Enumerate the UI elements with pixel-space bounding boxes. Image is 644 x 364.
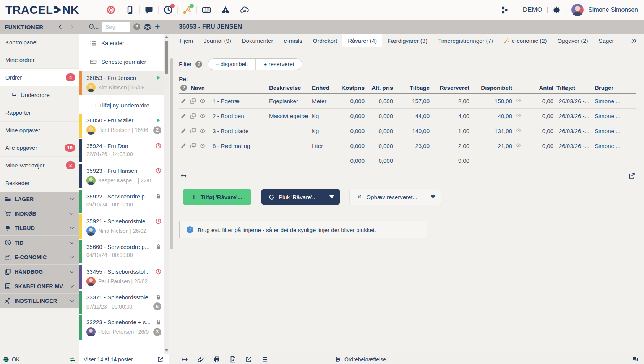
scroll-down-arrow[interactable] bbox=[165, 349, 168, 352]
pluk-ravare-button[interactable]: Pluk 'Råvare'... bbox=[261, 194, 324, 200]
tab-hjem[interactable]: Hjem bbox=[174, 34, 198, 47]
disponibelt-eye-icon[interactable] bbox=[515, 128, 522, 133]
pluk-dropdown-caret[interactable] bbox=[324, 189, 340, 205]
order-card[interactable]: 35923 - Fru HansenKasper Kaspe... | 22/0 bbox=[79, 164, 164, 188]
column-header-tilbage[interactable]: Tilbage bbox=[394, 84, 431, 92]
order-card[interactable]: 35660 - Serviceordre p...04/10/24 - 00:0… bbox=[79, 240, 164, 263]
sync-arrows-icon[interactable] bbox=[69, 356, 76, 362]
column-header-antal[interactable]: Antal bbox=[525, 84, 555, 92]
order-card[interactable]: 35921 - Spisebordstole...Nina Nielsen | … bbox=[79, 214, 164, 239]
column-header-kostpris[interactable]: Kostpris bbox=[335, 84, 366, 92]
duplicate-icon[interactable] bbox=[190, 128, 196, 134]
disponibelt-eye-icon[interactable] bbox=[515, 143, 522, 148]
column-header-bruger[interactable]: Bruger bbox=[593, 84, 625, 92]
order-card[interactable]: 35922 - Serviceordre p...09/10/24 - 00:0… bbox=[79, 190, 164, 213]
sidebar-item-mine-v-rkt-jer[interactable]: Mine Værktøjer2 bbox=[0, 157, 79, 174]
order-card[interactable]: 33371 - Spisebordsstole07/11/23 - 00:00:… bbox=[79, 291, 164, 314]
support-lifebuoy-icon[interactable] bbox=[106, 5, 115, 15]
pdf-icon[interactable] bbox=[229, 356, 236, 363]
filter-help-icon[interactable]: ? bbox=[195, 61, 202, 68]
column-header-disponibelt[interactable]: Disponibelt bbox=[471, 84, 514, 92]
sidebar-section-e-conomic[interactable]: E-CONOMIC bbox=[0, 250, 79, 265]
resize-arrows-icon[interactable] bbox=[181, 356, 188, 363]
view-eye-icon[interactable] bbox=[200, 113, 206, 119]
tab-sager[interactable]: Sager bbox=[594, 34, 620, 47]
tab-r-varer-4-[interactable]: Råvarer (4) bbox=[342, 34, 382, 47]
add-ravare-button[interactable]: + Tilføj 'Råvare'... bbox=[183, 189, 251, 205]
order-card[interactable]: 36053 - Fru JensenKim Kimsen | 16/06 bbox=[79, 71, 164, 95]
ophaev-dropdown-caret[interactable] bbox=[425, 189, 441, 205]
apps-grid-icon[interactable] bbox=[501, 6, 509, 14]
edit-pencil-icon[interactable] bbox=[180, 143, 187, 149]
sidebar-item-rapporter[interactable]: Rapporter bbox=[0, 104, 79, 122]
gear-icon[interactable] bbox=[553, 6, 561, 14]
time-icon[interactable] bbox=[164, 5, 173, 15]
tab-journal-9-[interactable]: Journal (9) bbox=[198, 34, 237, 47]
sidebar-item-beskeder[interactable]: Beskeder bbox=[0, 174, 79, 192]
ai-cloud-icon[interactable]: AI bbox=[240, 5, 249, 15]
duplicate-icon[interactable] bbox=[190, 143, 196, 149]
document-shortcut[interactable]: Ordrebekræftelse bbox=[335, 356, 386, 362]
filter-disponibelt-button[interactable]: ÷ disponibelt bbox=[208, 58, 255, 70]
order-card[interactable]: 36050 - Fru MøllerBent Bentsen | 16/062 bbox=[79, 114, 164, 138]
tab-opgaver-2-[interactable]: Opgaver (2) bbox=[552, 34, 594, 47]
order-card[interactable]: 33455 - Spisebordsstol...Paul Paulsen | … bbox=[79, 265, 164, 289]
tab-dokumenter[interactable]: Dokumenter bbox=[237, 34, 279, 47]
share-icon[interactable] bbox=[245, 356, 252, 363]
sidebar-item-ordrer[interactable]: Ordrer4 bbox=[0, 69, 79, 86]
add-suborder-link[interactable]: + Tilføj ny Underordre bbox=[79, 97, 164, 114]
tab-ordrekort[interactable]: Ordrekort bbox=[308, 34, 342, 47]
tab-e-mails[interactable]: e-mails bbox=[278, 34, 307, 47]
edit-pencil-icon[interactable] bbox=[180, 113, 187, 119]
chevron-right-icon[interactable] bbox=[69, 24, 75, 29]
table-row[interactable]: 3 - Bord pladeKg0,0000,000140,001,00131,… bbox=[179, 123, 636, 138]
sidebar-item-mine-ordrer[interactable]: Mine ordrer bbox=[0, 51, 79, 69]
edit-pencil-icon[interactable] bbox=[180, 98, 187, 104]
view-eye-icon[interactable] bbox=[200, 128, 206, 134]
shortcut-seneste-journaler[interactable]: Seneste journaler bbox=[79, 52, 164, 71]
scroll-up-arrow[interactable] bbox=[165, 36, 168, 38]
filter-reserveret-button[interactable]: + reserveret bbox=[255, 58, 302, 70]
order-card[interactable]: 33223 - Spiseborde + s...Peter Petersen … bbox=[79, 315, 164, 340]
user-avatar[interactable] bbox=[571, 4, 584, 16]
expand-columns-icon[interactable] bbox=[180, 173, 188, 179]
splitter-handle[interactable] bbox=[170, 58, 173, 249]
sidebar-section-indk-b[interactable]: INDKØB bbox=[0, 206, 79, 221]
tab-f-rdigvarer-3-[interactable]: Færdigvarer (3) bbox=[382, 34, 433, 47]
sidebar-section-indstillinger[interactable]: INDSTILLINGER bbox=[0, 294, 79, 308]
tabs-overflow-chevron[interactable] bbox=[631, 34, 637, 47]
help-icon[interactable]: ? bbox=[133, 23, 140, 30]
column-help-icon[interactable]: ? bbox=[180, 84, 187, 91]
chevron-left-icon[interactable] bbox=[58, 24, 63, 29]
column-header-enhed[interactable]: Enhed bbox=[310, 84, 335, 92]
tab-timeregistreringer-7-[interactable]: Timeregistreringer (7) bbox=[433, 34, 498, 47]
shortcut-kalender[interactable]: Kalender bbox=[79, 34, 164, 52]
menu-icon[interactable] bbox=[261, 356, 268, 363]
sidebar-item-alle-opgaver[interactable]: Alle opgaver10 bbox=[0, 139, 79, 157]
sidebar-item-mine-opgaver[interactable]: Mine opgaver bbox=[0, 122, 79, 139]
alerts-icon[interactable] bbox=[221, 5, 230, 15]
ophaev-reserveret-button[interactable]: ✕ Ophæv reserveret... bbox=[350, 194, 425, 200]
export-list-icon[interactable] bbox=[157, 356, 164, 363]
table-row[interactable]: 2 - Bord benMassivt egetræKg0,0000,00044… bbox=[179, 109, 636, 123]
table-row[interactable]: 1 - EgetræEgeplankerMeter0,0000,000157,0… bbox=[179, 94, 636, 109]
user-name[interactable]: Simone Simonsen bbox=[588, 6, 638, 13]
column-header-navn[interactable]: ?Navn bbox=[179, 84, 268, 92]
disponibelt-eye-icon[interactable] bbox=[515, 113, 522, 118]
layers-icon[interactable] bbox=[144, 23, 151, 31]
view-eye-icon[interactable] bbox=[200, 98, 206, 104]
order-card[interactable]: 35924 - Fru Don22/01/26 - 14:08:00 bbox=[79, 139, 164, 162]
sidebar-section-lager[interactable]: LAGER bbox=[0, 192, 79, 206]
chat-bubbles-icon[interactable] bbox=[632, 356, 639, 363]
search-input[interactable] bbox=[102, 22, 130, 32]
disponibelt-eye-icon[interactable] bbox=[515, 98, 522, 103]
keyboard-icon[interactable] bbox=[202, 5, 211, 15]
column-header-alt-pris[interactable]: Alt. pris bbox=[366, 84, 394, 92]
sidebar-section-tid[interactable]: TID bbox=[0, 236, 79, 250]
sidebar-section-tilbud[interactable]: TILBUD bbox=[0, 221, 79, 236]
column-header-reserveret[interactable]: Reserveret bbox=[431, 84, 471, 92]
sidebar-item-kontrolpanel[interactable]: Kontrolpanel bbox=[0, 34, 79, 51]
link-icon[interactable] bbox=[197, 356, 204, 363]
column-header-beskrivelse[interactable]: Beskrivelse bbox=[268, 84, 310, 92]
print-icon[interactable] bbox=[213, 356, 220, 363]
